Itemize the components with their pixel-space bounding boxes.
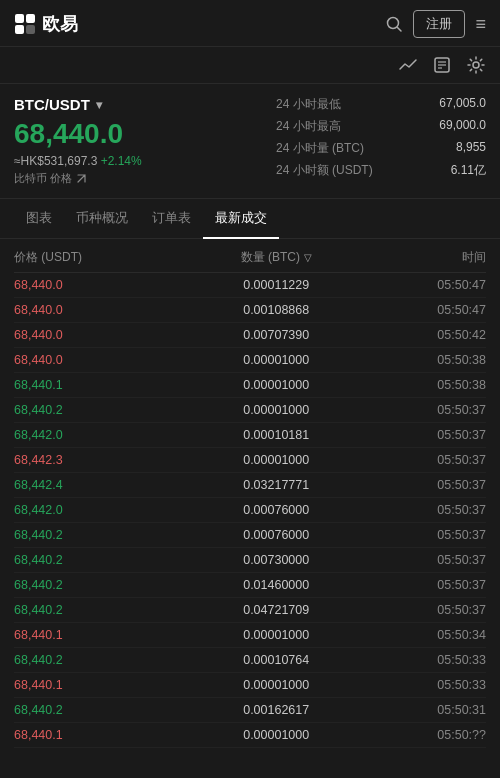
- trade-time: 05:50:37: [364, 528, 486, 542]
- stat-value-3: 6.11亿: [451, 162, 486, 179]
- trade-qty: 0.00001000: [189, 378, 364, 392]
- trade-price: 68,440.1: [14, 678, 189, 692]
- trade-qty: 0.00001000: [189, 728, 364, 742]
- tab-orderbook[interactable]: 订单表: [140, 199, 203, 239]
- trade-qty: 0.00076000: [189, 528, 364, 542]
- trade-row: 68,440.0 0.00001000 05:50:38: [14, 348, 486, 373]
- header-actions: 注册 ≡: [385, 10, 486, 38]
- chart-icon-button[interactable]: [398, 55, 418, 75]
- stat-row-0: 24 小时最低 67,005.0: [276, 96, 486, 113]
- trade-time: 05:50:37: [364, 503, 486, 517]
- chevron-down-icon: ▾: [96, 98, 102, 112]
- logo-icon: [14, 13, 36, 35]
- trade-qty: 0.00011229: [189, 278, 364, 292]
- trade-row: 68,440.2 0.00162617 05:50:31: [14, 698, 486, 723]
- trade-row: 68,440.2 0.00730000 05:50:37: [14, 548, 486, 573]
- search-button[interactable]: [385, 15, 403, 33]
- stat-row-2: 24 小时量 (BTC) 8,955: [276, 140, 486, 157]
- logo-text: 欧易: [42, 12, 78, 36]
- trade-row: 68,440.2 0.04721709 05:50:37: [14, 598, 486, 623]
- trade-price: 68,440.1: [14, 378, 189, 392]
- coin-label: 比特币 价格: [14, 171, 266, 186]
- hk-price: ≈HK$531,697.3 +2.14%: [14, 154, 266, 168]
- logo: 欧易: [14, 12, 78, 36]
- price-stats: 24 小时最低 67,005.0 24 小时最高 69,000.0 24 小时量…: [266, 96, 486, 186]
- stat-row-1: 24 小时最高 69,000.0: [276, 118, 486, 135]
- stat-label-3: 24 小时额 (USDT): [276, 162, 373, 179]
- trade-price: 68,442.0: [14, 428, 189, 442]
- trade-row: 68,440.0 0.00108868 05:50:47: [14, 298, 486, 323]
- trade-row: 68,440.2 0.01460000 05:50:37: [14, 573, 486, 598]
- trade-price: 68,440.0: [14, 353, 189, 367]
- trade-qty: 0.00001000: [189, 403, 364, 417]
- svg-point-4: [388, 18, 399, 29]
- trade-row: 68,440.1 0.00001000 05:50:38: [14, 373, 486, 398]
- trade-qty: 0.00001000: [189, 453, 364, 467]
- trade-qty: 0.00010764: [189, 653, 364, 667]
- trade-price: 68,440.2: [14, 703, 189, 717]
- trade-time: 05:50:37: [364, 578, 486, 592]
- trade-qty: 0.01460000: [189, 578, 364, 592]
- stat-value-1: 69,000.0: [439, 118, 486, 135]
- settings-icon-button[interactable]: [466, 55, 486, 75]
- trade-price: 68,440.0: [14, 278, 189, 292]
- stat-label-0: 24 小时最低: [276, 96, 341, 113]
- trade-time: 05:50:47: [364, 303, 486, 317]
- trade-row: 68,440.0 0.00011229 05:50:47: [14, 273, 486, 298]
- trade-time: 05:50:42: [364, 328, 486, 342]
- trade-price: 68,440.2: [14, 553, 189, 567]
- tab-overview[interactable]: 币种概况: [64, 199, 140, 239]
- trade-time: 05:50:33: [364, 678, 486, 692]
- app-header: 欧易 注册 ≡: [0, 0, 500, 47]
- stat-row-3: 24 小时额 (USDT) 6.11亿: [276, 162, 486, 179]
- trade-time: 05:50:38: [364, 353, 486, 367]
- trade-row: 68,440.1 0.00001000 05:50:34: [14, 623, 486, 648]
- trade-price: 68,442.0: [14, 503, 189, 517]
- hk-price-value: ≈HK$531,697.3: [14, 154, 97, 168]
- news-icon-button[interactable]: [432, 55, 452, 75]
- tab-recent-trades[interactable]: 最新成交: [203, 199, 279, 239]
- trade-time: 05:50:37: [364, 478, 486, 492]
- trade-price: 68,440.2: [14, 528, 189, 542]
- main-price: 68,440.0: [14, 119, 266, 150]
- trade-qty: 0.04721709: [189, 603, 364, 617]
- price-section: BTC/USDT ▾ 68,440.0 ≈HK$531,697.3 +2.14%…: [0, 84, 500, 199]
- trade-qty: 0.00001000: [189, 353, 364, 367]
- stat-label-2: 24 小时量 (BTC): [276, 140, 364, 157]
- trade-row: 68,440.2 0.00076000 05:50:37: [14, 523, 486, 548]
- trade-rows: 68,440.0 0.00011229 05:50:47 68,440.0 0.…: [14, 273, 486, 748]
- col-header-time: 时间: [364, 249, 486, 266]
- trade-time: 05:50:??: [364, 728, 486, 742]
- trade-row: 68,442.4 0.03217771 05:50:37: [14, 473, 486, 498]
- stat-label-1: 24 小时最高: [276, 118, 341, 135]
- register-button[interactable]: 注册: [413, 10, 465, 38]
- sub-header: [0, 47, 500, 84]
- trade-time: 05:50:33: [364, 653, 486, 667]
- trade-time: 05:50:37: [364, 553, 486, 567]
- menu-button[interactable]: ≡: [475, 14, 486, 35]
- external-link-icon: [76, 173, 87, 184]
- trade-qty: 0.00076000: [189, 503, 364, 517]
- pair-label: BTC/USDT: [14, 96, 90, 113]
- tab-bar: 图表 币种概况 订单表 最新成交: [0, 199, 500, 239]
- trade-price: 68,442.4: [14, 478, 189, 492]
- svg-rect-1: [26, 14, 35, 23]
- trade-price: 68,440.0: [14, 328, 189, 342]
- filter-icon[interactable]: ▽: [304, 252, 312, 263]
- trade-row: 68,440.1 0.00001000 05:50:33: [14, 673, 486, 698]
- trade-time: 05:50:31: [364, 703, 486, 717]
- trade-row: 68,440.1 0.00001000 05:50:??: [14, 723, 486, 748]
- trade-time: 05:50:37: [364, 453, 486, 467]
- change-pct: +2.14%: [101, 154, 142, 168]
- trade-price: 68,440.2: [14, 653, 189, 667]
- trading-pair[interactable]: BTC/USDT ▾: [14, 96, 266, 113]
- svg-rect-2: [15, 25, 24, 34]
- trade-row: 68,442.0 0.00010181 05:50:37: [14, 423, 486, 448]
- trade-price: 68,440.1: [14, 728, 189, 742]
- svg-rect-0: [15, 14, 24, 23]
- trade-price: 68,440.0: [14, 303, 189, 317]
- tab-chart[interactable]: 图表: [14, 199, 64, 239]
- trade-qty: 0.03217771: [189, 478, 364, 492]
- trade-price: 68,440.1: [14, 628, 189, 642]
- trade-qty: 0.00730000: [189, 553, 364, 567]
